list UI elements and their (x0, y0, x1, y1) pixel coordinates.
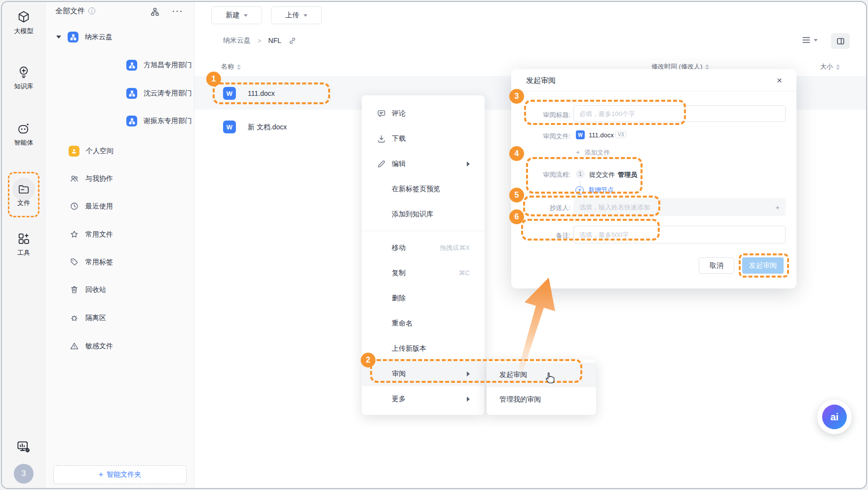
agent-icon (17, 122, 31, 135)
add-node-button[interactable]: + 新增节点 (575, 186, 614, 195)
sidebar-item-label: 与我协作 (85, 174, 113, 183)
breadcrumb-root[interactable]: 纳米云盘 (223, 36, 251, 45)
more-icon[interactable]: ··· (172, 5, 183, 16)
sidebar-item-quarantine[interactable]: 隔离区 (70, 313, 106, 323)
rail-item-large-model[interactable]: 大模型 (2, 10, 45, 36)
column-header-name[interactable]: 名称 (221, 62, 241, 71)
close-icon[interactable]: × (775, 73, 784, 88)
split-panel-toggle[interactable] (831, 33, 850, 49)
menu-item-rename[interactable]: 重命名 (362, 311, 485, 336)
submenu-item-label: 发起审阅 (499, 370, 527, 379)
plus-circle-icon: + (575, 186, 584, 195)
rail-item-knowledge-base[interactable]: 知识库 (2, 65, 45, 91)
callout-badge-4: 4 (509, 146, 524, 161)
menu-item-download[interactable]: 下载 (362, 126, 485, 151)
menu-item-label: 下载 (392, 134, 406, 143)
link-icon[interactable] (288, 37, 297, 45)
add-file-button[interactable]: +添加文件 (576, 148, 610, 157)
menu-item-delete[interactable]: 删除 (362, 286, 485, 311)
device-monitor-icon[interactable] (16, 439, 31, 456)
flow-step-number: 1 (576, 169, 585, 178)
file-name[interactable]: 新 文档.docx (248, 123, 287, 132)
clock-icon (70, 202, 79, 211)
context-menu: 评论 下载 编辑 在新标签页预览 添加到知识库 移动 拖拽或⌘X 复制 ⌘C (362, 95, 485, 415)
menu-item-label: 编辑 (392, 160, 406, 168)
callout-badge-5: 5 (509, 188, 524, 203)
pencil-icon (377, 159, 386, 169)
sort-icon (836, 64, 840, 70)
sidebar-item-recent[interactable]: 最近使用 (70, 202, 113, 211)
cube-icon (17, 10, 31, 24)
cancel-button[interactable]: 取消 (699, 257, 734, 274)
menu-item-add-to-knowledge-base[interactable]: 添加到知识库 (362, 202, 485, 227)
split-panel-icon (836, 37, 845, 46)
word-doc-icon: W (576, 130, 585, 139)
org-structure-icon[interactable] (150, 7, 160, 19)
app-window: 大模型 知识库 智能体 文件 工具 3 全部文件i ··· (1, 1, 867, 489)
tree-item-dept[interactable]: 沈云涛专用部门 (126, 88, 192, 99)
tag-icon (70, 257, 79, 267)
flow-step-name: 提交文件 (589, 170, 615, 179)
submit-review-button[interactable]: 发起审阅 (742, 257, 784, 274)
flow-step-owner: 管理员 (618, 170, 637, 179)
shortcut-hint: ⌘C (459, 269, 470, 277)
smart-folder-button[interactable]: + 智能文件夹 (53, 465, 187, 484)
menu-item-upload-new-version[interactable]: 上传新版本 (362, 336, 485, 361)
ai-logo: ai (822, 405, 847, 429)
department-icon (68, 32, 78, 42)
menu-item-move[interactable]: 移动 拖拽或⌘X (362, 235, 485, 260)
cc-add-icon[interactable]: + (775, 203, 780, 211)
cc-field[interactable]: + (573, 198, 786, 216)
submenu-arrow-icon (467, 162, 470, 166)
review-title-input[interactable] (573, 105, 786, 122)
menu-item-comment[interactable]: 评论 (362, 101, 485, 126)
word-doc-icon: W (223, 121, 236, 133)
notification-badge[interactable]: 3 (14, 464, 34, 484)
menu-item-preview-new-tab[interactable]: 在新标签页预览 (362, 176, 485, 202)
note-input[interactable] (573, 226, 786, 244)
sidebar-item-personal-space[interactable]: 个人空间 (69, 146, 113, 157)
menu-item-copy[interactable]: 复制 ⌘C (362, 260, 485, 286)
sidebar-item-sensitive-files[interactable]: 敏感文件 (70, 341, 113, 351)
tree-item-root[interactable]: 纳米云盘 (56, 32, 113, 42)
menu-item-review[interactable]: 审阅 (362, 361, 485, 386)
tree-item-dept[interactable]: 方旭昌专用部门 (126, 60, 192, 71)
cc-input[interactable] (579, 204, 775, 211)
sidebar-item-label: 常用文件 (85, 230, 113, 239)
sidebar-item-label: 个人空间 (86, 147, 113, 156)
upload-button[interactable]: 上传 (271, 6, 322, 24)
sidebar-item-recycle-bin[interactable]: 回收站 (70, 285, 106, 294)
callout-badge-6: 6 (509, 209, 524, 224)
breadcrumb-separator: > (258, 37, 262, 44)
sidebar-item-shared-with-me[interactable]: 与我协作 (70, 174, 113, 183)
warning-icon (70, 341, 79, 351)
submenu-item-initiate-review[interactable]: 发起审阅 (487, 363, 596, 387)
bug-icon (70, 313, 79, 323)
people-icon (70, 174, 79, 183)
sidebar-item-label: 敏感文件 (85, 342, 113, 351)
menu-item-label: 审阅 (392, 369, 406, 378)
menu-item-more[interactable]: 更多 (362, 386, 485, 411)
tree-item-label: 谢振东专用部门 (144, 117, 192, 125)
submenu-item-manage-my-reviews[interactable]: 管理我的审阅 (487, 387, 596, 412)
hand-cursor (544, 371, 556, 384)
sidebar-item-frequent-tags[interactable]: 常用标签 (70, 257, 113, 267)
review-title-label: 审阅标题: (511, 111, 570, 120)
list-view-toggle[interactable] (801, 35, 818, 45)
version-badge: V3 (615, 131, 626, 138)
menu-item-label: 更多 (392, 395, 406, 404)
caret-down-icon[interactable] (56, 36, 61, 39)
rail-item-agent[interactable]: 智能体 (2, 122, 45, 147)
new-button[interactable]: 新建 (211, 6, 262, 24)
sort-icon (237, 64, 241, 70)
sidebar-item-frequent-files[interactable]: 常用文件 (70, 230, 113, 239)
tree-item-dept[interactable]: 谢振东专用部门 (126, 116, 192, 126)
info-icon[interactable]: i (88, 7, 95, 14)
review-file-name: 111.docx (589, 131, 614, 139)
file-name[interactable]: 111.docx (248, 89, 275, 97)
column-header-size[interactable]: 大小 (820, 62, 840, 71)
menu-item-edit[interactable]: 编辑 (362, 151, 485, 176)
ai-assistant-button[interactable]: ai (817, 400, 852, 434)
comment-icon (377, 109, 386, 119)
rail-item-tools[interactable]: 工具 (2, 232, 45, 257)
